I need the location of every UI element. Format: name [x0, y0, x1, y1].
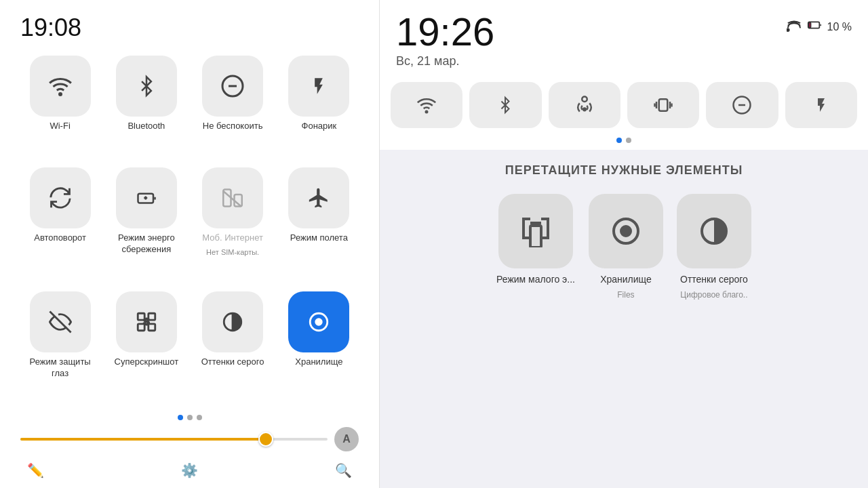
dot-1 — [178, 415, 183, 420]
storage-drag-icon — [589, 194, 663, 268]
storage-drag-sublabel: Files — [617, 290, 634, 300]
right-header: 19:26 Вс, 21 мар. 10 % — [380, 0, 868, 75]
storage-drag-label: Хранилище — [600, 274, 652, 285]
battery-icon — [807, 18, 822, 36]
right-pagination — [380, 138, 868, 150]
right-tile-vibrate[interactable] — [627, 82, 699, 128]
svg-point-24 — [582, 97, 587, 102]
svg-rect-33 — [530, 226, 541, 247]
wifi-label: Wi-Fi — [50, 121, 70, 132]
flashlight-label: Фонарик — [302, 121, 337, 132]
grayscale-drag-icon — [677, 194, 751, 268]
grayscale-drag-sublabel: Цифровое благо.. — [680, 290, 747, 300]
settings-icon[interactable]: ⚙️ — [181, 462, 198, 479]
tile-mobile-data[interactable]: Моб. Интернет Нет SIM-карты. — [193, 167, 273, 282]
screenshot-label: Суперскриншот — [115, 357, 179, 368]
bottom-bar: ✏️ ⚙️ 🔍 — [20, 458, 359, 481]
svg-rect-26 — [659, 99, 668, 111]
svg-point-19 — [787, 29, 789, 32]
edit-icon[interactable]: ✏️ — [27, 462, 44, 479]
tile-eye-comfort[interactable]: Режим защиты глаз — [20, 291, 100, 405]
drag-title: ПЕРЕТАЩИТЕ НУЖНЫЕ ЭЛЕМЕНТЫ — [505, 163, 743, 178]
mobile-data-sublabel: Нет SIM-карты. — [206, 248, 259, 256]
battery-text: 10 % — [827, 21, 852, 33]
storage-icon — [288, 291, 349, 352]
svg-point-18 — [316, 319, 322, 325]
svg-line-9 — [223, 191, 241, 207]
screenshot-icon: S — [116, 291, 177, 352]
tile-grayscale[interactable]: Оттенки серого — [193, 291, 273, 405]
svg-point-36 — [621, 226, 631, 236]
right-dot-1 — [616, 138, 622, 143]
right-dot-2 — [626, 138, 631, 143]
right-panel: 19:26 Вс, 21 мар. 10 % — [380, 0, 868, 488]
right-status: 10 % — [787, 12, 852, 36]
left-time: 19:08 — [20, 14, 359, 42]
cast-icon — [787, 18, 802, 36]
search-icon[interactable]: 🔍 — [335, 462, 352, 479]
right-time-block: 19:26 Вс, 21 мар. — [396, 12, 494, 68]
right-time: 19:26 — [396, 12, 494, 52]
autorotate-icon — [30, 167, 91, 228]
right-tiles-row — [380, 75, 868, 138]
mobile-data-icon — [202, 167, 263, 228]
storage-label: Хранилище — [295, 357, 342, 368]
left-pagination — [20, 415, 359, 420]
dnd-icon — [202, 56, 263, 117]
tile-bluetooth[interactable]: Bluetooth — [106, 56, 186, 158]
flashlight-icon — [288, 56, 349, 117]
right-tile-hotspot[interactable] — [549, 82, 620, 128]
dnd-label: Не беспокоить — [203, 121, 263, 132]
autorotate-label: Автоповорот — [34, 232, 86, 244]
drag-tile-grayscale[interactable]: Оттенки серого Цифровое благо.. — [677, 194, 751, 300]
svg-point-23 — [426, 111, 428, 113]
airplane-icon — [288, 167, 349, 228]
brightness-row[interactable]: A — [20, 427, 359, 451]
bluetooth-label: Bluetooth — [127, 121, 165, 132]
bluetooth-icon — [116, 56, 177, 117]
tile-storage[interactable]: Хранилище — [279, 291, 359, 405]
tile-battery-saver[interactable]: Режим энерго сбережения — [106, 167, 186, 282]
wifi-icon — [30, 56, 91, 117]
left-panel: 19:08 Wi-Fi Bluetooth — [0, 0, 380, 488]
tile-autorotate[interactable]: Автоповорот — [20, 167, 100, 282]
svg-rect-12 — [149, 313, 155, 320]
tile-dnd[interactable]: Не беспокоить — [193, 56, 273, 158]
mobile-data-label: Моб. Интернет — [202, 232, 263, 244]
svg-point-25 — [583, 108, 586, 110]
avatar[interactable]: A — [334, 427, 359, 451]
right-tile-wifi[interactable] — [391, 82, 462, 128]
right-tile-bluetooth[interactable] — [469, 82, 541, 128]
quick-tiles-grid: Wi-Fi Bluetooth Не беспокоить — [20, 56, 359, 405]
tile-flashlight[interactable]: Фонарик — [279, 56, 359, 158]
tile-screenshot[interactable]: S Суперскриншот — [106, 291, 186, 405]
dot-3 — [197, 415, 202, 420]
right-date: Вс, 21 мар. — [396, 54, 494, 68]
tile-airplane[interactable]: Режим полета — [279, 167, 359, 282]
right-tile-dnd[interactable] — [706, 82, 778, 128]
low-power-label: Режим малого э... — [496, 274, 575, 285]
airplane-label: Режим полета — [290, 232, 348, 244]
drag-section: ПЕРЕТАЩИТЕ НУЖНЫЕ ЭЛЕМЕНТЫ Режим малого … — [380, 150, 868, 488]
drag-tile-storage[interactable]: Хранилище Files — [589, 194, 663, 300]
drag-items-row: Режим малого э... Хранилище Files — [496, 194, 751, 300]
right-tile-flashlight[interactable] — [785, 82, 857, 128]
eye-comfort-label: Режим защиты глаз — [20, 357, 100, 380]
svg-text:S: S — [144, 317, 150, 327]
grayscale-icon — [202, 291, 263, 352]
battery-saver-icon — [116, 167, 177, 228]
battery-saver-label: Режим энерго сбережения — [106, 232, 186, 256]
svg-point-0 — [59, 94, 61, 96]
svg-rect-14 — [149, 324, 155, 331]
brightness-thumb — [258, 432, 273, 447]
tile-wifi[interactable]: Wi-Fi — [20, 56, 100, 158]
grayscale-drag-label: Оттенки серого — [680, 274, 748, 285]
dot-2 — [187, 415, 193, 420]
low-power-icon — [498, 194, 573, 268]
brightness-track[interactable] — [20, 438, 328, 441]
brightness-fill — [20, 438, 266, 441]
eye-comfort-icon — [30, 291, 91, 352]
svg-rect-22 — [808, 22, 810, 27]
grayscale-label: Оттенки серого — [201, 357, 264, 368]
drag-tile-low-power[interactable]: Режим малого э... — [496, 194, 575, 300]
